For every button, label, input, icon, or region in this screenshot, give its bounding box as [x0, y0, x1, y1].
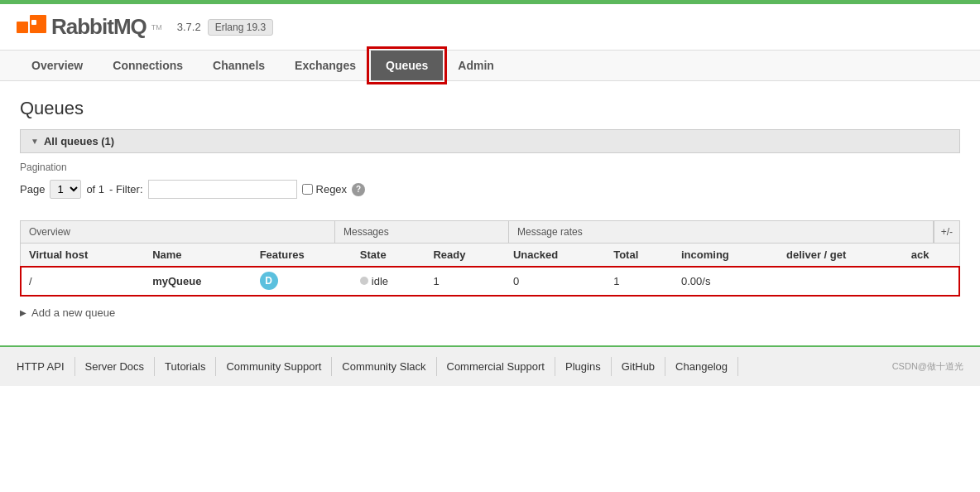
state-dot	[360, 277, 368, 285]
of-label: of 1	[86, 183, 104, 195]
cell-vhost: /	[21, 267, 144, 296]
col-incoming: incoming	[673, 244, 778, 267]
section-header-messages: Messages	[335, 221, 509, 243]
header: RabbitMQTM 3.7.2 Erlang 19.3	[0, 4, 980, 51]
cell-unacked: 0	[505, 267, 605, 296]
footer-link-server-docs[interactable]: Server Docs	[75, 357, 156, 376]
footer-link-http-api[interactable]: HTTP API	[17, 357, 75, 376]
regex-checkbox-label: Regex	[302, 183, 348, 195]
all-queues-header[interactable]: ▼ All queues (1)	[20, 129, 960, 153]
pagination-section: Pagination Page 1 of 1 - Filter: Regex ?	[20, 153, 960, 207]
section-header-rates: Message rates	[509, 221, 934, 243]
pagination-controls: Page 1 of 1 - Filter: Regex ?	[20, 180, 960, 199]
nav-item-connections[interactable]: Connections	[98, 51, 198, 80]
queues-table: Virtual host Name Features State Ready U…	[21, 244, 959, 296]
page-label: Page	[20, 183, 45, 195]
footer-link-commercial-support[interactable]: Commercial Support	[437, 357, 556, 376]
page-title: Queues	[20, 98, 960, 119]
add-queue-label: Add a new queue	[31, 306, 115, 319]
nav: Overview Connections Channels Exchanges …	[0, 51, 980, 81]
feature-badge: D	[260, 272, 278, 290]
footer-link-community-support[interactable]: Community Support	[216, 357, 332, 376]
version-badge: 3.7.2	[177, 21, 201, 33]
footer: HTTP APIServer DocsTutorialsCommunity Su…	[0, 345, 980, 386]
section-triangle: ▼	[31, 137, 39, 146]
add-queue-section[interactable]: ▶ Add a new queue	[20, 297, 960, 329]
col-total: Total	[605, 244, 673, 267]
nav-item-exchanges[interactable]: Exchanges	[280, 51, 371, 80]
add-queue-triangle: ▶	[20, 308, 26, 317]
footer-link-community-slack[interactable]: Community Slack	[332, 357, 436, 376]
section-header-overview: Overview	[21, 221, 335, 243]
cell-name: myQueue	[144, 267, 251, 296]
nav-item-queues[interactable]: Queues	[371, 51, 443, 80]
help-icon[interactable]: ?	[352, 183, 365, 196]
svg-rect-0	[17, 22, 28, 33]
footer-link-plugins[interactable]: Plugins	[555, 357, 612, 376]
cell-total: 1	[605, 267, 673, 296]
col-unacked: Unacked	[505, 244, 605, 267]
main-content: Queues ▼ All queues (1) Pagination Page …	[0, 81, 980, 345]
all-queues-label: All queues (1)	[44, 135, 114, 147]
plus-minus-button[interactable]: +/-	[934, 221, 959, 243]
cell-ack	[903, 267, 959, 296]
svg-rect-2	[31, 20, 36, 25]
filter-label: - Filter:	[109, 183, 142, 195]
queues-table-container: Overview Messages Message rates +/- Virt…	[20, 220, 960, 297]
table-section-headers: Overview Messages Message rates +/-	[21, 221, 959, 244]
erlang-badge: Erlang 19.3	[208, 19, 273, 36]
cell-deliver	[778, 267, 903, 296]
logo-tm: TM	[151, 23, 162, 31]
cell-ready: 1	[425, 267, 504, 296]
cell-incoming: 0.00/s	[673, 267, 778, 296]
col-name: Name	[144, 244, 251, 267]
footer-link-tutorials[interactable]: Tutorials	[155, 357, 216, 376]
table-row[interactable]: / myQueue D idle 1 0 1 0.00/s	[21, 267, 959, 296]
logo-text: RabbitMQ	[51, 14, 147, 40]
regex-label: Regex	[316, 183, 348, 195]
footer-link-changelog[interactable]: Changelog	[665, 357, 738, 376]
nav-item-channels[interactable]: Channels	[198, 51, 280, 80]
regex-checkbox[interactable]	[302, 184, 313, 195]
col-ack: ack	[903, 244, 959, 267]
nav-item-admin[interactable]: Admin	[443, 51, 509, 80]
col-state: State	[352, 244, 425, 267]
filter-input[interactable]	[148, 180, 297, 199]
col-deliver: deliver / get	[778, 244, 903, 267]
col-ready: Ready	[425, 244, 504, 267]
table-header-row: Virtual host Name Features State Ready U…	[21, 244, 959, 267]
col-vhost: Virtual host	[21, 244, 144, 267]
cell-feature: D	[252, 267, 352, 296]
footer-credit: CSDN@做十道光	[892, 360, 963, 373]
page-select[interactable]: 1	[50, 180, 81, 199]
col-features: Features	[252, 244, 352, 267]
footer-link-github[interactable]: GitHub	[612, 357, 665, 376]
cell-state: idle	[352, 267, 425, 296]
pagination-label: Pagination	[20, 162, 960, 173]
logo: RabbitMQTM	[17, 14, 162, 40]
nav-item-overview[interactable]: Overview	[17, 51, 98, 80]
rabbitmq-logo-icon	[17, 15, 46, 40]
